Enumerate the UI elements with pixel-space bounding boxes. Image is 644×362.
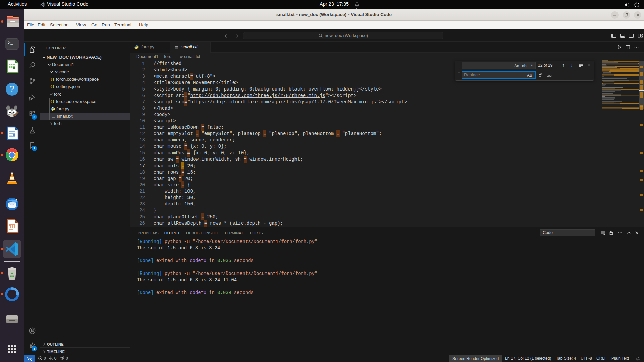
svg-text:>_: >_ bbox=[8, 41, 13, 45]
svg-text:?: ? bbox=[10, 84, 14, 94]
